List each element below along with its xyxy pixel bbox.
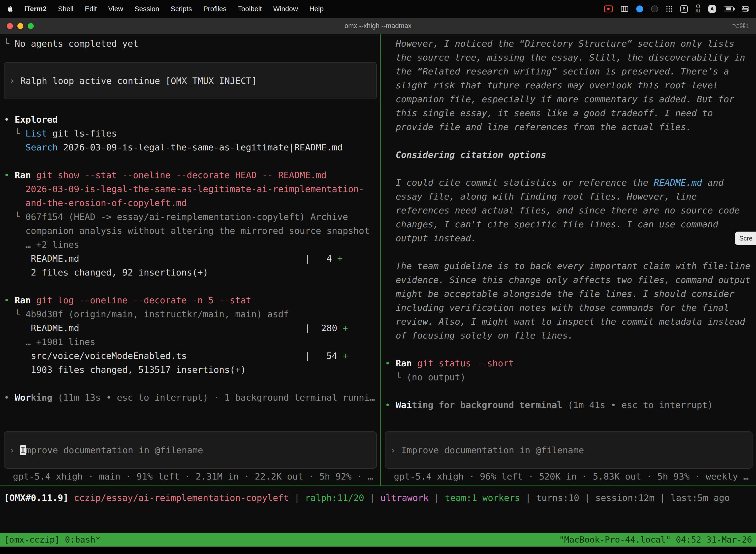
control-center-icon[interactable]: [742, 6, 749, 12]
terminal-line: this single essay, it seems like a good …: [385, 106, 756, 120]
text-segment: output instead.: [385, 233, 476, 243]
text-segment: last:5m ago: [671, 493, 730, 503]
inject-banner: › Ralph loop active continue [OMX_TMUX_I…: [4, 62, 377, 99]
menu-bar-status-icons: 8 61 A: [604, 4, 749, 14]
menu-item-edit[interactable]: Edit: [85, 5, 97, 13]
terminal-line: including verification notes with those …: [385, 301, 756, 315]
terminal-line: • Explored: [4, 113, 380, 126]
text-segment: |: [654, 493, 671, 503]
text-segment: No agents completed yet: [15, 39, 138, 49]
text-segment: •: [4, 170, 15, 180]
text-segment: |: [289, 493, 305, 503]
right-terminal-pane[interactable]: However, I noticed the “Directory Struct…: [381, 34, 756, 486]
terminal-line: [4, 279, 380, 293]
text-segment: Ran: [15, 295, 31, 305]
menu-item-scripts[interactable]: Scripts: [171, 5, 192, 13]
battery-icon[interactable]: [724, 6, 734, 11]
terminal-line: … +2 lines: [4, 238, 380, 252]
text-segment: git ls-files: [47, 128, 117, 138]
terminal-line: provide file and line references from th…: [385, 120, 756, 134]
left-input-text: mprove documentation in @filename: [26, 445, 203, 455]
menu-item-profiles[interactable]: Profiles: [203, 5, 227, 13]
prompt-chevron: ›: [9, 76, 15, 86]
text-segment: •: [4, 114, 15, 125]
left-prompt-input[interactable]: › I mprove documentation in @filename: [4, 431, 377, 468]
window-shortcut-hint: ⌥⌘1: [732, 22, 750, 30]
battery-percentage-widget[interactable]: 61: [696, 4, 700, 14]
text-segment: └: [4, 128, 25, 138]
terminal-line: changes, I can't cite specific file line…: [385, 217, 756, 231]
text-segment: •: [385, 400, 396, 410]
text-segment: slight risk that future readers may over…: [385, 80, 718, 90]
terminal-line: companion analysis without altering the …: [4, 224, 380, 238]
spreadsheet-app-icon[interactable]: [621, 6, 628, 12]
text-segment: team:1 workers: [445, 493, 520, 503]
text-segment: •: [385, 358, 396, 368]
text-segment: and-the-erosion-of-copyleft.md: [4, 198, 187, 208]
window-title-bar[interactable]: omx --xhigh --madmax ⌥⌘1: [0, 18, 756, 34]
text-segment: and: [702, 177, 724, 188]
right-prompt-input[interactable]: › Improve documentation in @filename: [385, 431, 753, 468]
battery-percentage-ring-icon: [696, 4, 700, 8]
dark-app-icon[interactable]: [651, 5, 658, 12]
terminal-line: [385, 245, 756, 259]
text-segment: |: [520, 493, 536, 503]
tmux-host-clock: "MacBook-Pro-44.local" 04:52 31-Mar-26: [559, 533, 752, 547]
text-segment: Wai: [396, 400, 412, 410]
text-segment: king: [31, 392, 52, 403]
text-segment: [OMX#0.11.9]: [4, 493, 74, 503]
terminal-line: Search 2026-03-09-is-legal-the-same-as-l…: [4, 141, 380, 154]
left-status-line: gpt-5.4 xhigh · main · 91% left · 2.31M …: [4, 470, 380, 483]
left-terminal-pane[interactable]: └ No agents completed yet › Ralph loop a…: [0, 34, 380, 486]
terminal-line: README.md | 280 +: [4, 321, 380, 335]
text-segment: List: [25, 128, 47, 138]
terminal-line: └ No agents completed yet: [4, 37, 380, 51]
tmux-status-bar: [omx-cczip] 0:bash* "MacBook-Pro-44.loca…: [0, 533, 756, 547]
text-segment: README.md: [654, 177, 702, 188]
desktop: { "menu_bar": { "items": ["iTerm2", "She…: [0, 0, 756, 554]
input-source-icon[interactable]: A: [708, 5, 716, 13]
terminal-line: references need actual files, and since …: [385, 204, 756, 217]
blue-app-icon[interactable]: [636, 5, 643, 12]
text-segment: essay file, along with finding root file…: [385, 191, 697, 202]
text-segment: |: [429, 493, 445, 503]
terminal-line: [385, 342, 756, 356]
text-segment: Ran: [15, 170, 31, 180]
text-segment: src/voice/voiceModeEnabled.ts | 54: [4, 351, 342, 361]
tmux-panes: └ No agents completed yet › Ralph loop a…: [0, 34, 756, 486]
terminal-line: [4, 154, 380, 168]
text-segment: Search: [25, 142, 58, 152]
terminal-line: might be acceptable alongside the file l…: [385, 287, 756, 301]
text-segment: this single essay, it seems like a good …: [385, 108, 713, 118]
terminal-line: └ (no output): [385, 370, 756, 384]
dots-grid-icon[interactable]: [666, 6, 673, 12]
text-segment: [4, 142, 25, 152]
text-segment: +: [342, 323, 348, 333]
screen-overlay-tab[interactable]: Scre: [735, 232, 756, 245]
menu-item-shell[interactable]: Shell: [58, 5, 73, 13]
terminal-line: [385, 384, 756, 398]
menu-item-toolbelt[interactable]: Toolbelt: [238, 5, 262, 13]
text-segment: └ 067f154 (HEAD -> essay/ai-reimplementa…: [4, 212, 348, 222]
apple-menu-icon[interactable]: [7, 5, 13, 12]
terminal-line: However, I noticed the “Directory Struct…: [385, 37, 756, 51]
menu-item-view[interactable]: View: [108, 5, 123, 13]
prompt-chevron: ›: [9, 445, 15, 455]
menu-item-help[interactable]: Help: [309, 5, 324, 13]
battery-percentage-value: 61: [696, 9, 700, 14]
key-badge-icon[interactable]: 8: [680, 5, 688, 13]
text-segment: └: [4, 39, 15, 49]
screen-recording-indicator-icon[interactable]: [604, 5, 613, 12]
text-segment: git show --stat --oneline --decorate HEA…: [36, 170, 326, 180]
left-scrollback-top: └ No agents completed yet: [4, 37, 380, 51]
menu-item-session[interactable]: Session: [134, 5, 159, 13]
text-segment: However, I noticed the “Directory Struct…: [385, 39, 735, 49]
text-segment: might be acceptable alongside the file l…: [385, 289, 735, 299]
omx-status-bar: [OMX#0.11.9] cczip/essay/ai-reimplementa…: [0, 486, 756, 533]
menu-item-window[interactable]: Window: [273, 5, 298, 13]
terminal-line: 1903 files changed, 513517 insertions(+): [4, 363, 380, 377]
text-segment: ralph:11/20: [305, 493, 364, 503]
text-segment: ting for background terminal: [412, 400, 562, 410]
text-segment: •: [4, 295, 15, 305]
menu-item-iterm2[interactable]: iTerm2: [24, 5, 47, 13]
